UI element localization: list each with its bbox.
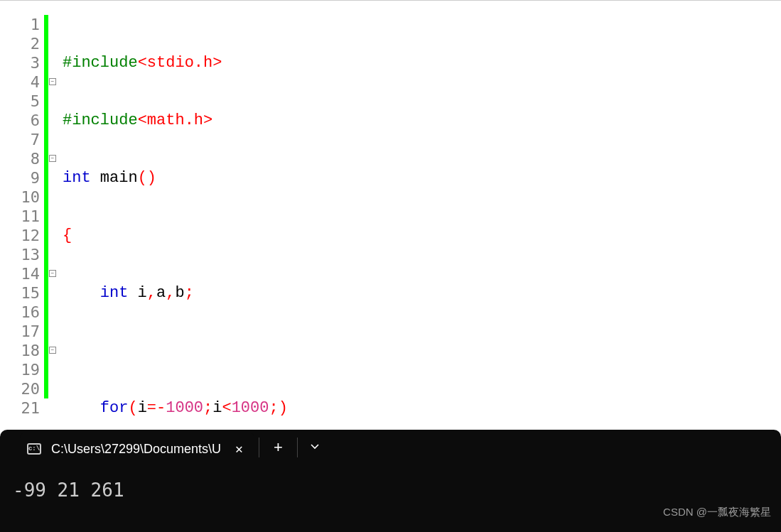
tab-dropdown-button[interactable] [302,440,328,455]
line-number: 8 [0,149,40,168]
line-number: 4 [0,72,40,92]
code-line: #include<stdio.h> [63,53,781,72]
code-line [63,341,781,360]
line-number: 5 [0,92,40,111]
line-number: 7 [0,130,40,149]
line-number: 13 [0,245,40,264]
terminal-panel: c:\ C:\Users\27299\Documents\U ✕ + -99 2… [0,430,781,532]
line-number: 20 [0,379,40,398]
cmd-icon: c:\ [27,443,41,455]
line-number: 1 [0,15,40,34]
line-gutter: 123456789101112131415161718192021 [0,1,44,430]
line-number: 15 [0,283,40,303]
code-text-area[interactable]: #include<stdio.h> #include<math.h> int m… [58,1,781,430]
close-icon[interactable]: ✕ [231,441,247,457]
divider [297,438,298,457]
code-editor[interactable]: 123456789101112131415161718192021 −−−− #… [0,1,781,430]
line-number: 17 [0,322,40,341]
fold-column: −−−− [48,1,58,430]
line-number: 14 [0,264,40,283]
watermark: CSDN @一瓢夜海繁星 [663,506,771,519]
line-number: 2 [0,34,40,53]
divider [259,438,259,457]
fold-toggle[interactable]: − [49,78,56,85]
line-number: 10 [0,188,40,207]
terminal-tab[interactable]: c:\ C:\Users\27299\Documents\U ✕ [20,433,254,465]
chevron-down-icon [309,440,321,452]
fold-toggle[interactable]: − [49,270,56,277]
line-number: 3 [0,53,40,72]
code-line: #include<math.h> [63,111,781,130]
terminal-tab-bar: c:\ C:\Users\27299\Documents\U ✕ + [0,430,781,465]
line-number: 16 [0,303,40,322]
line-number: 19 [0,360,40,379]
new-tab-button[interactable]: + [264,438,293,457]
line-number: 11 [0,207,40,226]
fold-toggle[interactable]: − [49,155,56,162]
fold-toggle[interactable]: − [49,347,56,354]
code-line: { [63,226,781,245]
code-line: int i,a,b; [63,283,781,303]
terminal-tab-title: C:\Users\27299\Documents\U [51,442,221,457]
code-line: int main() [63,168,781,188]
line-number: 18 [0,341,40,360]
line-number: 12 [0,226,40,245]
line-number: 21 [0,398,40,418]
line-number: 9 [0,168,40,188]
line-number: 6 [0,111,40,130]
code-line: for(i=-1000;i<1000;) [63,398,781,418]
